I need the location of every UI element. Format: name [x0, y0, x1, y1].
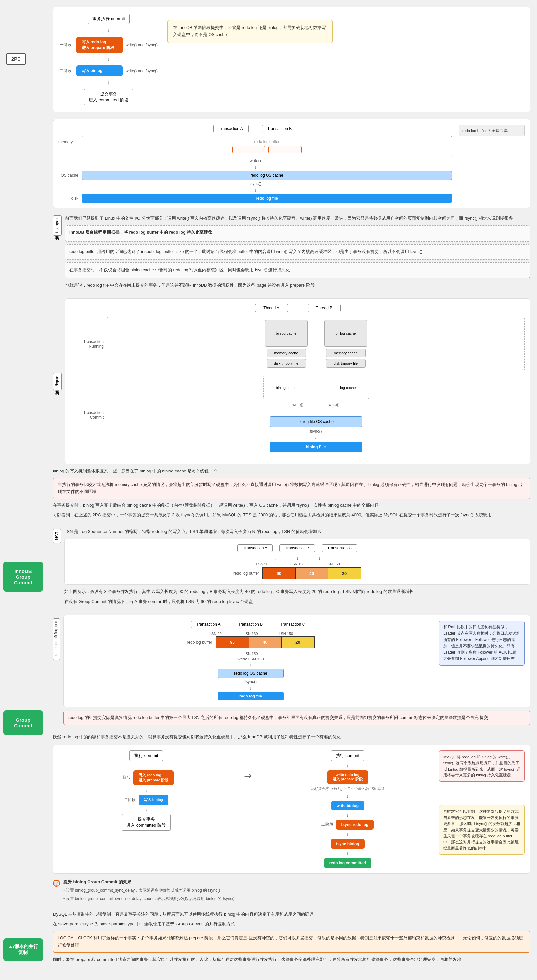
redo-gc-with-label: redo log group commit Transaction A Tran…	[53, 615, 531, 728]
binlog-mechanism-label: binlog 写入机制	[53, 373, 62, 390]
gc-fsync-redolog: fsync redo log	[336, 820, 373, 830]
end-box: 提交事务进入 committed 阶段	[84, 89, 133, 105]
gc-note-lsn: 此时将会将 redo log buffer 中最大的 LSN 写入	[310, 786, 385, 791]
redo-annotation-box2: redo log buffer 用占用的空间已达到了 innodb_log_bu…	[65, 244, 531, 260]
lsn-trans-c: Transaction C	[322, 544, 357, 552]
57-text1: MySQL 主从复制中的步骤复制一直是最重要关注的问题，从库层面以可以使用多线程…	[53, 911, 531, 918]
lsn-150-label: LSN 150	[315, 562, 350, 566]
binlog-cache-a1: binlog cache	[265, 320, 308, 347]
phase1-box: 写入 redo log进入 prepare 阶段	[76, 37, 122, 53]
arrow-down-1: ↓	[59, 164, 452, 170]
tx-running-label: Transaction Running	[71, 339, 104, 348]
binlog-text2-red: 当执行的事务比较大或无法将 memory cache 充足的情况，会将超出的部分…	[53, 478, 531, 499]
binlog-diagram: Thread A Thread B Transaction Running bi…	[65, 298, 531, 464]
gc-write-binlog-right: write binlog	[331, 800, 364, 810]
gc-write-binlog-left: 写入 binlog	[139, 795, 168, 805]
thread-a-running: binlog cache memory cache disk tmpory fi…	[263, 320, 310, 368]
transaction-headers: Transaction A Transaction B	[59, 124, 452, 132]
phase2-box: 写入 binlog	[76, 65, 122, 76]
gc-exec-commit1: 执行 commit	[129, 750, 163, 761]
promote-badge: 📈	[53, 880, 60, 887]
gc-cell-40: 40	[249, 637, 282, 648]
running-cols: binlog cache memory cache disk tmpory fi…	[113, 320, 519, 368]
redo-log-buffer-title: redo log buffer	[89, 140, 445, 144]
lsn-cell-90: 90	[263, 568, 296, 579]
group-commit-flow-diagram: 执行 commit ↓ 一阶段 写入 redo log进入 prepare 阶段…	[53, 745, 531, 873]
gc-fsync: fsync()	[69, 679, 432, 684]
gc-phase1-boxes: 写入 redo log进入 prepare 阶段	[133, 770, 174, 785]
promote-title: 提升 binlog Group Commit 的效果	[64, 879, 531, 885]
gc-redo-os-cache: redo log OS cache	[69, 669, 432, 678]
arrow1: ↓	[107, 27, 110, 34]
write-arrow: write()	[59, 158, 452, 163]
redo-gc-content: Transaction A Transaction B Transaction …	[64, 615, 531, 728]
gc-write-redolog-box: 写入 redo log进入 prepare 阶段	[133, 770, 174, 785]
redo-log-file: redo log file	[81, 194, 452, 202]
gc-trans-c: Transaction C	[275, 620, 310, 628]
lsn-130-label: LSN 130	[280, 562, 315, 566]
gc-cell-90: 90	[216, 637, 249, 648]
gc-redo-committed: redo log committed	[324, 858, 371, 868]
annotation-2pc-right: 在 InnoDB 的两阶段提交中，不管是 redo log 还是 binlog，…	[167, 20, 332, 43]
binlog-cache-b1: binlog cache	[324, 320, 367, 347]
gc-red-annotation: redo log 的组提交实际是真实情况 redo log buffer 中的第…	[64, 711, 531, 725]
promote-with-badge: 📈 提升 binlog Group Commit 的效果 • 设置 binlog…	[53, 879, 531, 904]
write-labels-row: write() write()	[107, 402, 525, 408]
tx-running-content: binlog cache memory cache disk tmpory fi…	[107, 317, 525, 371]
commit-flow-left: 事务执行 commit ↓ 一阶段 写入 redo log进入 prepare …	[60, 14, 157, 105]
trans-b: Transaction B	[262, 124, 297, 132]
thread-a: Thread A	[255, 304, 288, 312]
gc-optimized-flow: 执行 commit ↓ write redo log进入 prepare 阶段 …	[262, 750, 434, 868]
gc-phase1-label-left: 一阶段	[119, 775, 131, 780]
label-innodb-group-commit: InnoDB Group Commit	[3, 562, 43, 592]
lsn-with-label: LSN LSN 是 Log Sequence Number 的缩写，特指 red…	[53, 525, 531, 608]
redo-right-annotation: redo log buffer 为全局共享	[459, 124, 525, 137]
binlog-os-cache-row: binlog file OS cache	[107, 416, 525, 427]
redo-intro-text: 前面我们已经提到了 Linux 中的文件 I/O 分为两部分：调用 write(…	[65, 215, 531, 222]
gc-trans-b: Transaction B	[233, 620, 268, 628]
binlog-cache-a2: binlog cache	[263, 376, 310, 399]
lsn-buffer-visual: 90 40 20	[262, 567, 361, 579]
commit-caches: binlog cache binlog cache	[107, 376, 525, 399]
thread-headers: Thread A Thread B	[71, 304, 525, 312]
phase1-row: 一阶段 写入 redo log进入 prepare 阶段 write() and…	[60, 37, 157, 53]
gc-phase2-label-left: 二阶段	[124, 797, 136, 803]
gc-write-label: write: LSN 150	[69, 657, 432, 662]
phase1-arrow-label: write() and fsync()	[126, 43, 157, 47]
os-cache-label-left: OS cache	[59, 173, 78, 178]
redo-os-cache: redo log OS cache	[81, 171, 452, 180]
redo-ann1-title: InnoDB 后台线程定期扫描，将 redo log buffer 中的 red…	[69, 230, 526, 235]
tx-commit-content: binlog cache binlog cache write() write(…	[107, 376, 525, 454]
os-cache-row: OS cache redo log OS cache	[59, 171, 452, 180]
binlog-text3: 在事务提交时，binlog 写入完毕后结合 binlog cache 中的数据（…	[53, 501, 531, 509]
lsn-trans-headers: Transaction A Transaction B Transaction …	[70, 544, 525, 552]
arrow-down-2: ↓	[59, 187, 452, 193]
disk-row: disk redo log file	[59, 194, 452, 202]
arrow2: ↓	[107, 56, 110, 63]
redo-ann2-text: redo log buffer 用占用的空间已达到了 innodb_log_bu…	[69, 248, 526, 255]
gc-exec-commit2: 执行 commit	[331, 750, 365, 761]
group-commit-intro: 既然 redo log 中的内容和事务提交不是没关系的，就算事务没有提交也可以将…	[53, 733, 531, 741]
lsn-labels-row: LSN 90 LSN 130 LSN 150	[245, 562, 350, 566]
redo-write-mechanism-label: redo log写入机制	[53, 215, 62, 235]
binlog-text4: 可以看到，在上述的 2PC 提交中，一个事务的提交一共涉及了 2 次 fsync…	[53, 511, 531, 519]
lsn-intro: LSN 是 Log Sequence Number 的缩写，特指 redo lo…	[64, 528, 531, 535]
gc-annotation-benefit: 同时对它可以看到，这种两阶段提交的方式与原来的形态在发，能够开发更执行的事务更多…	[439, 805, 525, 855]
section-binlog: binlog 写入机制 Thread A Thread B Transactio…	[53, 298, 531, 519]
gc-intro-text: 既然 redo log 中的内容和事务提交不是没关系的，就算事务没有提交也可以将…	[53, 733, 531, 741]
arrow3: ↓	[107, 79, 110, 86]
lsn-90-label: LSN 90	[245, 562, 280, 566]
trans-a: Transaction A	[213, 124, 249, 132]
gc-right-annotation: 和 Raft 协议中的日志复制有些类似，Leader 节点在写入数据时，会将日志…	[439, 620, 525, 666]
gc-raft-annotation: 和 Raft 协议中的日志复制有些类似，Leader 节点在写入数据时，会将日志…	[439, 620, 525, 666]
gc-write-redolog-prepare: write redo log进入 prepare 阶段	[327, 770, 368, 784]
redo-annotation-box1: InnoDB 后台线程定期扫描，将 redo log buffer 中的 red…	[65, 225, 531, 242]
memory-redo-row: memory redo log buffer	[59, 136, 452, 157]
section-redo-group-commit: redo log group commit Transaction A Tran…	[53, 615, 531, 728]
redo-buffer-inner	[89, 146, 445, 153]
phase1-label: 一阶段	[60, 42, 71, 48]
57-text2: 在 slave-parallel-type 为 slave-parallel-t…	[53, 921, 531, 928]
binlog-with-label: binlog 写入机制 Thread A Thread B Transactio…	[53, 298, 531, 464]
disk-temp-a: disk tmpory file	[267, 359, 306, 368]
fsync-label-1: fsync()	[59, 181, 452, 186]
